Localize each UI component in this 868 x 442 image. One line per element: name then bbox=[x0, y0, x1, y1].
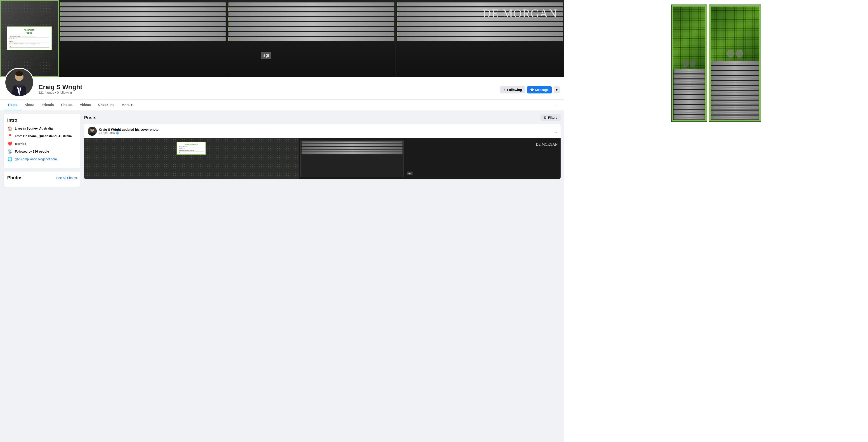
rack-unit bbox=[228, 17, 394, 21]
post-meta: Craig S Wright updated his cover photo. … bbox=[99, 128, 554, 135]
de-morgan-label: DE MORGAN bbox=[483, 7, 557, 20]
cert-line-5: ✍ ____________ bbox=[9, 45, 49, 47]
intro-item-relationship: ❤️ Married bbox=[7, 141, 77, 146]
cert-line-2: PolarPower bbox=[9, 38, 49, 40]
rack-unit bbox=[228, 2, 394, 6]
post-more-button[interactable]: ... bbox=[554, 129, 557, 134]
rack-unit bbox=[673, 115, 705, 120]
rack-unit bbox=[711, 76, 759, 80]
cover-photo-right: DE MORGAN sgi bbox=[59, 0, 564, 77]
heart-icon: ❤️ bbox=[7, 141, 13, 146]
home-icon: 🏠 bbox=[7, 126, 13, 131]
post-card: Craig S Wright updated his cover photo. … bbox=[84, 124, 561, 179]
de-morgan-mini: DE MORGAN bbox=[536, 142, 558, 146]
sgi-hex-logo-right bbox=[727, 50, 743, 58]
filter-icon: ⚙ bbox=[544, 116, 547, 120]
intro-title: Intro bbox=[7, 117, 77, 123]
rack-unit bbox=[711, 91, 759, 95]
cert-line-4: Is a verifiable provider of green comput… bbox=[9, 43, 49, 45]
following-button[interactable]: ✓ Following bbox=[500, 86, 525, 94]
tab-checkins[interactable]: Check-ins bbox=[94, 100, 118, 110]
post-image-left: 🌿 GREEN GECO This certifies that _______… bbox=[84, 138, 299, 179]
rack-col-2 bbox=[227, 0, 396, 77]
intro-item-website: 🌐 gse-compliance.blogspot.com bbox=[7, 157, 77, 162]
svg-point-5 bbox=[91, 127, 94, 130]
rack-unit bbox=[228, 7, 394, 11]
rack-unit bbox=[673, 69, 705, 74]
post-avatar bbox=[88, 127, 97, 136]
tab-videos[interactable]: Videos bbox=[76, 100, 94, 110]
intro-item-from: 📍 From Brisbane, Queensland, Australia bbox=[7, 134, 77, 139]
profile-section: Craig S Wright 121 friends • 0 following… bbox=[0, 68, 564, 110]
profile-name-area: Craig S Wright 121 friends • 0 following bbox=[38, 83, 82, 94]
svg-point-2 bbox=[16, 71, 23, 76]
rack-unit bbox=[397, 2, 563, 6]
tab-photos[interactable]: Photos bbox=[57, 100, 76, 110]
profile-content: Intro 🏠 Lives in Sydney, Australia 📍 Fro… bbox=[0, 110, 564, 190]
rack-unit bbox=[673, 74, 705, 79]
sgi-mini: sgi bbox=[407, 172, 412, 175]
rack-unit bbox=[60, 17, 226, 21]
rack-unit bbox=[60, 7, 226, 11]
rack-col-1 bbox=[59, 0, 227, 77]
server-rack-bg: DE MORGAN sgi bbox=[59, 0, 564, 77]
rack-photo bbox=[669, 4, 764, 122]
posts-area: Posts ⚙ Filters bbox=[84, 114, 561, 187]
photos-title: Photos bbox=[7, 175, 23, 180]
avatar-svg bbox=[5, 68, 33, 97]
tab-about[interactable]: About bbox=[21, 100, 38, 110]
rack-unit bbox=[711, 110, 759, 115]
rack-unit bbox=[228, 27, 394, 31]
nav-more-button[interactable]: More ▾ bbox=[118, 100, 136, 110]
avatar-image bbox=[5, 69, 33, 96]
server-rack-display bbox=[564, 0, 868, 442]
rack-unit bbox=[711, 105, 759, 110]
rack-unit bbox=[711, 66, 759, 70]
rack-unit bbox=[60, 2, 226, 6]
rack-unit bbox=[60, 37, 226, 41]
rack-unit bbox=[60, 32, 226, 36]
followers-icon: 📡 bbox=[7, 149, 13, 154]
globe-icon: 🌐 bbox=[7, 157, 13, 162]
nav-ellipsis-button[interactable]: ... bbox=[552, 101, 560, 109]
rack-unit bbox=[397, 37, 563, 41]
post-avatar-svg bbox=[88, 127, 97, 136]
post-author: Craig S Wright updated his cover photo. bbox=[99, 128, 554, 131]
chevron-down-icon: ▾ bbox=[131, 103, 132, 107]
tab-posts[interactable]: Posts bbox=[4, 100, 21, 110]
avatar bbox=[4, 68, 34, 97]
sidebar-left: Intro 🏠 Lives in Sydney, Australia 📍 Fro… bbox=[4, 114, 81, 187]
facebook-profile: 🌿 GREENGECO This certifies that ________… bbox=[0, 0, 564, 442]
following-icon: ✓ bbox=[503, 88, 506, 92]
post-images: 🌿 GREEN GECO This certifies that _______… bbox=[84, 138, 561, 179]
rack-unit bbox=[711, 71, 759, 75]
cert-line-3: Pluto... bbox=[9, 40, 49, 42]
post-header: Craig S Wright updated his cover photo. … bbox=[84, 124, 561, 138]
rack-unit bbox=[711, 115, 759, 120]
posts-header: Posts ⚙ Filters bbox=[84, 114, 561, 121]
message-button[interactable]: 💬 Message bbox=[527, 86, 552, 94]
intro-item-followers: 📡 Followed by 286 people bbox=[7, 149, 77, 154]
rack-panel-left bbox=[671, 4, 707, 122]
rack-unit bbox=[711, 96, 759, 100]
mini-cert: 🌿 GREEN GECO This certifies that _______… bbox=[177, 142, 206, 155]
rack-unit bbox=[673, 95, 705, 99]
rack-unit bbox=[397, 27, 563, 31]
profile-identity: Craig S Wright 121 friends • 0 following… bbox=[0, 68, 564, 97]
posts-title: Posts bbox=[84, 115, 96, 120]
more-actions-button[interactable]: ▾ bbox=[554, 86, 560, 94]
filters-button[interactable]: ⚙ Filters bbox=[540, 114, 561, 121]
website-link[interactable]: gse-compliance.blogspot.com bbox=[15, 157, 57, 161]
privacy-icon: 🌐 bbox=[116, 131, 119, 135]
rack-unit bbox=[711, 86, 759, 90]
photos-card: Photos See All Photos bbox=[4, 172, 81, 187]
profile-actions: ✓ Following 💬 Message ▾ bbox=[500, 86, 560, 94]
cover-certificate: 🌿 GREENGECO This certifies that ________… bbox=[7, 26, 52, 50]
rack-unit bbox=[673, 110, 705, 115]
intro-card: Intro 🏠 Lives in Sydney, Australia 📍 Fro… bbox=[4, 114, 81, 168]
rack-unit bbox=[60, 27, 226, 31]
sgi-badge: sgi bbox=[261, 52, 271, 59]
rack-unit bbox=[397, 22, 563, 26]
see-all-photos-link[interactable]: See All Photos bbox=[56, 176, 77, 180]
tab-friends[interactable]: Friends bbox=[38, 100, 57, 110]
